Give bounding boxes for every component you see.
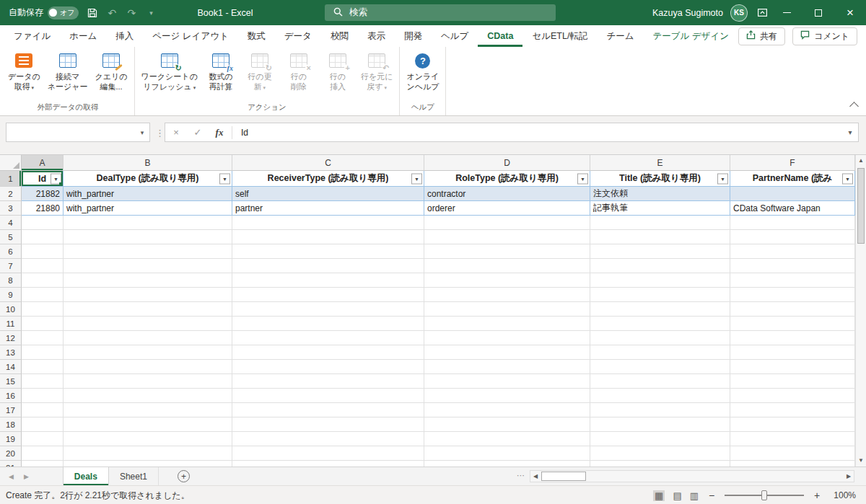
row-header-17[interactable]: 17 [0, 403, 22, 417]
maximize-button[interactable] [802, 0, 834, 25]
cell-D19[interactable] [424, 432, 590, 446]
cell-B8[interactable] [64, 273, 232, 288]
row-header-16[interactable]: 16 [0, 389, 22, 403]
ribbon-tab-0[interactable]: ファイル [4, 25, 60, 47]
ribbon-tab-10[interactable]: CData [478, 25, 522, 47]
ribbon-tab-5[interactable]: データ [275, 25, 321, 47]
cell-F15[interactable] [730, 374, 855, 389]
cell-C12[interactable] [232, 331, 424, 345]
ribbon-tab-13[interactable]: テーブル デザイン [643, 25, 738, 47]
filter-button-C1[interactable]: ▼ [411, 173, 422, 184]
ribbon-button-0-0[interactable]: データの取得 ▾ [4, 49, 44, 92]
cell-E20[interactable] [590, 446, 730, 461]
cell-F18[interactable] [730, 417, 855, 432]
cell-F8[interactable] [730, 273, 855, 288]
row-header-9[interactable]: 9 [0, 288, 22, 302]
cell-D21[interactable] [424, 461, 590, 467]
cell-A2[interactable]: 21882 [22, 187, 64, 201]
filter-button-D1[interactable]: ▼ [577, 173, 588, 184]
cell-D8[interactable] [424, 273, 590, 288]
cell-F20[interactable] [730, 446, 855, 461]
redo-icon[interactable]: ↷ [126, 8, 137, 18]
row-header-2[interactable]: 2 [0, 187, 22, 201]
cell-A20[interactable] [22, 446, 64, 461]
ribbon-tab-9[interactable]: ヘルプ [432, 25, 478, 47]
cell-C14[interactable] [232, 360, 424, 374]
cell-E4[interactable] [590, 216, 730, 230]
sheet-nav-left-icon[interactable]: ◀ [0, 473, 19, 480]
cell-C10[interactable] [232, 302, 424, 317]
cell-D14[interactable] [424, 360, 590, 374]
cell-B6[interactable] [64, 244, 232, 259]
cell-D16[interactable] [424, 389, 590, 403]
cell-E21[interactable] [590, 461, 730, 467]
ribbon-button-0-1[interactable]: 接続マネージャー [44, 49, 92, 92]
cell-A5[interactable] [22, 230, 64, 244]
save-icon[interactable] [87, 8, 98, 18]
ribbon-tab-12[interactable]: チーム [597, 25, 643, 47]
cell-A11[interactable] [22, 317, 64, 331]
cell-B7[interactable] [64, 259, 232, 273]
row-header-15[interactable]: 15 [0, 374, 22, 389]
zoom-out-button[interactable]: − [707, 490, 717, 500]
close-button[interactable]: × [834, 0, 866, 25]
cell-E10[interactable] [590, 302, 730, 317]
ribbon-button-1-1[interactable]: fx数式の再計算 [201, 49, 240, 92]
cell-B14[interactable] [64, 360, 232, 374]
user-avatar[interactable]: KS [730, 4, 748, 22]
cell-F17[interactable] [730, 403, 855, 417]
formula-bar-expand-icon[interactable]: ▾ [842, 128, 858, 136]
ribbon-collapse-icon[interactable] [849, 102, 859, 111]
cell-B20[interactable] [64, 446, 232, 461]
ribbon-display-options-icon[interactable] [756, 7, 768, 18]
cell-F21[interactable] [730, 461, 855, 467]
cell-E17[interactable] [590, 403, 730, 417]
column-header-D[interactable]: D [424, 155, 590, 171]
cell-D5[interactable] [424, 230, 590, 244]
cell-A19[interactable] [22, 432, 64, 446]
cell-E8[interactable] [590, 273, 730, 288]
header-cell-D1[interactable]: RoleType (読み取り専用)▼ [424, 171, 590, 187]
scroll-up-icon[interactable]: ▲ [856, 155, 866, 167]
enter-icon[interactable]: ✓ [187, 127, 209, 138]
cell-B4[interactable] [64, 216, 232, 230]
cell-F19[interactable] [730, 432, 855, 446]
cell-C6[interactable] [232, 244, 424, 259]
cell-C4[interactable] [232, 216, 424, 230]
row-header-1[interactable]: 1 [0, 171, 22, 187]
cell-A17[interactable] [22, 403, 64, 417]
row-header-10[interactable]: 10 [0, 302, 22, 317]
cell-C8[interactable] [232, 273, 424, 288]
ribbon-button-1-0[interactable]: ↻ワークシートのリフレッシュ ▾ [138, 49, 201, 92]
cell-B21[interactable] [64, 461, 232, 467]
autosave-toggle[interactable]: 自動保存 オフ [9, 6, 79, 19]
vertical-scroll-thumb[interactable] [857, 168, 865, 244]
cell-F12[interactable] [730, 331, 855, 345]
zoom-slider[interactable] [725, 490, 804, 500]
comments-button[interactable]: コメント [792, 27, 857, 45]
cell-C2[interactable]: self [232, 187, 424, 201]
ribbon-tab-3[interactable]: ページ レイアウト [143, 25, 238, 47]
cell-E5[interactable] [590, 230, 730, 244]
qat-customize-chevron-icon[interactable]: ▾ [145, 9, 157, 17]
cell-B15[interactable] [64, 374, 232, 389]
sheet-tab-sheet1[interactable]: Sheet1 [109, 467, 159, 485]
filter-button-F1[interactable]: ▼ [842, 173, 853, 184]
cell-C16[interactable] [232, 389, 424, 403]
cell-A12[interactable] [22, 331, 64, 345]
insert-function-icon[interactable]: fx [209, 127, 230, 138]
zoom-slider-thumb[interactable] [761, 490, 767, 500]
cell-C5[interactable] [232, 230, 424, 244]
cell-B11[interactable] [64, 317, 232, 331]
cell-F11[interactable] [730, 317, 855, 331]
cell-F4[interactable] [730, 216, 855, 230]
cell-C20[interactable] [232, 446, 424, 461]
cell-B2[interactable]: with_partner [64, 187, 232, 201]
filter-button-E1[interactable]: ▼ [717, 173, 728, 184]
cell-D4[interactable] [424, 216, 590, 230]
cell-D12[interactable] [424, 331, 590, 345]
vertical-scrollbar[interactable]: ▲ ▼ [855, 155, 866, 467]
cell-E11[interactable] [590, 317, 730, 331]
row-header-13[interactable]: 13 [0, 345, 22, 360]
row-header-12[interactable]: 12 [0, 331, 22, 345]
